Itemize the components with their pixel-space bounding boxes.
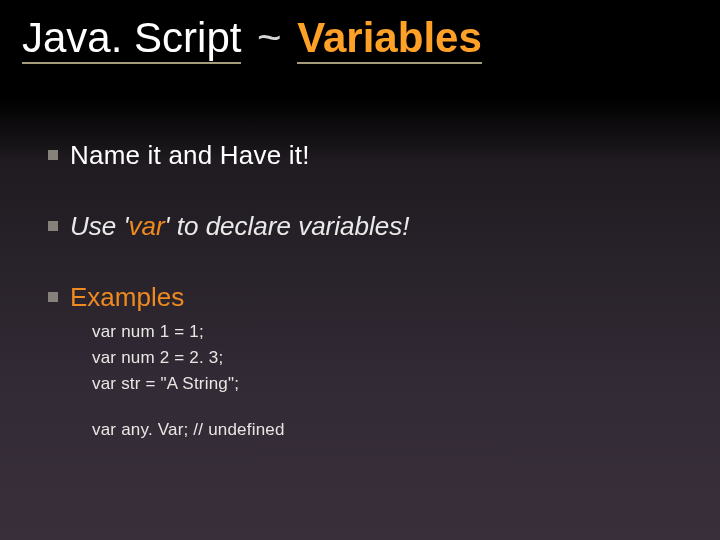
text-suffix: ' to declare variables! bbox=[165, 211, 410, 241]
bullet-item: Examples var num 1 = 1; var num 2 = 2. 3… bbox=[70, 282, 680, 443]
bullet-icon bbox=[48, 221, 58, 231]
title-separator: ~ bbox=[253, 14, 286, 61]
text-prefix: Use ' bbox=[70, 211, 128, 241]
slide-title: Java. Script ~ Variables bbox=[22, 14, 482, 62]
code-block: var num 1 = 1; var num 2 = 2. 3; var str… bbox=[92, 319, 680, 443]
bullet-heading: Examples bbox=[70, 282, 680, 313]
bullet-item: Use 'var' to declare variables! bbox=[70, 211, 680, 242]
slide: Java. Script ~ Variables Name it and Hav… bbox=[0, 0, 720, 540]
bullet-icon bbox=[48, 292, 58, 302]
code-line: var num 2 = 2. 3; bbox=[92, 345, 680, 371]
bullet-icon bbox=[48, 150, 58, 160]
title-part-topic: Variables bbox=[297, 14, 481, 64]
bullet-text: Name it and Have it! bbox=[70, 140, 680, 171]
code-gap bbox=[92, 397, 680, 417]
code-line: var num 1 = 1; bbox=[92, 319, 680, 345]
bullet-text: Use 'var' to declare variables! bbox=[70, 211, 680, 242]
code-line: var str = "A String"; bbox=[92, 371, 680, 397]
bullet-item: Name it and Have it! bbox=[70, 140, 680, 171]
slide-body: Name it and Have it! Use 'var' to declar… bbox=[70, 140, 680, 483]
code-line: var any. Var; // undefined bbox=[92, 417, 680, 443]
keyword-var: var bbox=[128, 211, 164, 241]
title-part-js: Java. Script bbox=[22, 14, 241, 64]
